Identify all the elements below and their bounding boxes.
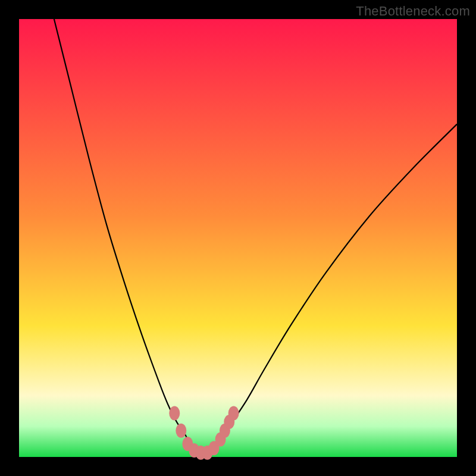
- curve-layer: [19, 19, 457, 457]
- bottleneck-curve: [54, 19, 457, 453]
- plot-area: [19, 19, 457, 457]
- chart-frame: TheBottleneck.com: [0, 0, 476, 476]
- valley-marker: [169, 406, 180, 420]
- valley-markers: [169, 406, 239, 459]
- valley-marker: [228, 406, 239, 420]
- watermark-text: TheBottleneck.com: [356, 4, 470, 19]
- valley-marker: [176, 424, 186, 438]
